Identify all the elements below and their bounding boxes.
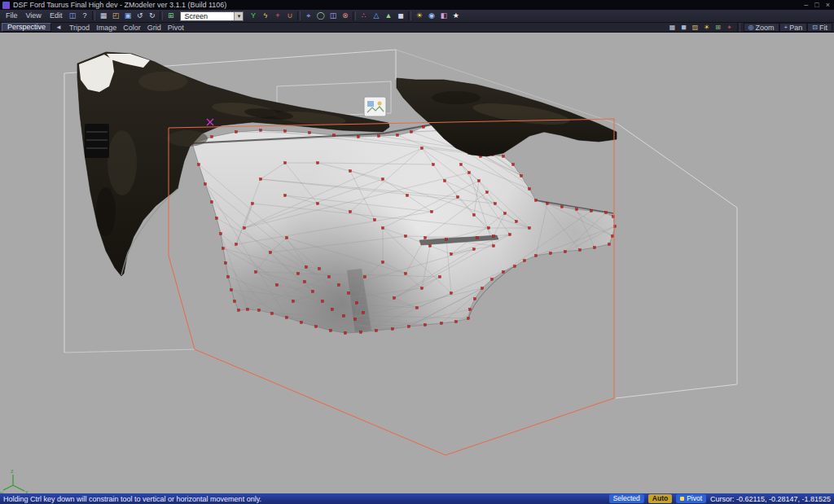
- hierarchy-icon[interactable]: Y: [247, 11, 259, 21]
- tripod-z-label: z: [11, 468, 14, 474]
- panel-layout-icon[interactable]: ◫: [66, 11, 78, 21]
- titlebar: DSF Ford Taurus Final High dev - ZModele…: [0, 0, 834, 10]
- toolbar-separator: [737, 23, 740, 32]
- close-button[interactable]: ×: [826, 1, 830, 9]
- menu-item[interactable]: Edit: [46, 10, 67, 22]
- faces-mode-icon[interactable]: ▲: [382, 11, 394, 21]
- render-icon[interactable]: ★: [450, 11, 462, 21]
- toolbar-separator: [92, 11, 95, 20]
- shaded-view-icon[interactable]: ◼: [678, 23, 690, 32]
- view-mode-button[interactable]: Perspective: [2, 23, 51, 32]
- camera-icon[interactable]: ◉: [425, 11, 437, 21]
- nav-buttons: ◎Zoom+Pan⊡Fit: [744, 23, 832, 32]
- viewbar-right-icons: ▦◼▨☀⊞⌖: [667, 23, 742, 32]
- save-file-icon[interactable]: ▣: [121, 11, 134, 21]
- texture-placeholder-icon: [364, 97, 386, 116]
- mirror-icon[interactable]: ◫: [327, 11, 339, 21]
- viewport-canvas[interactable]: z x y: [0, 33, 834, 493]
- vertices-mode-icon[interactable]: ∴: [358, 11, 370, 21]
- open-file-icon[interactable]: ◰: [109, 11, 121, 21]
- tripod-y-label: y: [0, 490, 3, 493]
- pivot-icon: [680, 497, 684, 501]
- toolbar-separator: [353, 11, 356, 20]
- cursor-readout: Cursor: -0.62115, -0.28147, -1.81525: [710, 495, 831, 503]
- toolbar-separator: [297, 11, 301, 20]
- viewbar-item[interactable]: Tripod: [66, 24, 93, 32]
- pan-button[interactable]: +Pan: [779, 23, 808, 32]
- tripod-x-label: x: [25, 489, 29, 493]
- viewport-bar: Perspective ◄ TripodImageColorGridPivot …: [0, 23, 834, 33]
- grid-toggle-icon[interactable]: ⊞: [713, 23, 724, 32]
- textured-view-icon[interactable]: ▨: [690, 23, 701, 32]
- viewbar-item[interactable]: Color: [120, 24, 144, 32]
- wireframe-view-icon[interactable]: ▦: [667, 23, 678, 32]
- gizmo-icon[interactable]: +: [271, 11, 283, 21]
- zmodeler-window: DSF Ford Taurus Final High dev - ZModele…: [0, 0, 834, 504]
- minimize-button[interactable]: –: [804, 1, 808, 9]
- window-title: DSF Ford Taurus Final High dev - ZModele…: [13, 0, 801, 10]
- magnet-icon[interactable]: ∪: [283, 11, 296, 21]
- undo-icon[interactable]: ↺: [134, 11, 146, 21]
- status-hint: Holding Ctrl key down will constrain too…: [3, 495, 605, 503]
- objects-mode-icon[interactable]: ◼: [394, 11, 406, 21]
- edges-mode-icon[interactable]: △: [370, 11, 382, 21]
- menu-item[interactable]: View: [22, 10, 46, 22]
- app-icon: [2, 2, 10, 9]
- menu-item[interactable]: File: [2, 10, 22, 22]
- grid-settings-icon[interactable]: ⊞: [165, 11, 177, 21]
- fit-button[interactable]: ⊡Fit: [807, 23, 832, 32]
- help-icon[interactable]: ?: [78, 11, 90, 21]
- toolbar-icons-left: ◫?▦◰▣↺↻⊞: [66, 11, 177, 21]
- selected-mode-badge[interactable]: Selected: [609, 494, 644, 503]
- collapse-arrow-icon[interactable]: ◄: [53, 24, 64, 31]
- new-scene-icon[interactable]: ▦: [97, 11, 109, 21]
- world-axes-icon[interactable]: ◯: [314, 11, 327, 21]
- maximize-button[interactable]: □: [814, 1, 819, 9]
- light-icon[interactable]: ☀: [413, 11, 425, 21]
- lightning-icon[interactable]: ϟ: [259, 11, 271, 21]
- headlight-detail: [85, 124, 109, 158]
- toolbar-separator: [160, 11, 163, 20]
- zoom-button[interactable]: ◎Zoom: [744, 23, 779, 32]
- chevron-down-icon[interactable]: ▾: [234, 12, 243, 20]
- pivot-mode-badge[interactable]: Pivot: [676, 494, 706, 503]
- viewbar-item[interactable]: Pivot: [165, 24, 187, 32]
- axes-toggle-icon[interactable]: ⌖: [724, 23, 735, 32]
- redo-icon[interactable]: ↻: [146, 11, 158, 21]
- viewbar-item[interactable]: Image: [93, 24, 120, 32]
- screen-mode-combobox[interactable]: Screen ▾: [180, 11, 244, 21]
- lighting-toggle-icon[interactable]: ☀: [701, 23, 713, 32]
- menubar: FileViewEdit: [2, 10, 66, 22]
- viewport[interactable]: z x y: [0, 33, 834, 493]
- material-icon[interactable]: ◧: [437, 11, 450, 21]
- toolbar-separator: [408, 11, 411, 20]
- weld-icon[interactable]: ⊗: [339, 11, 351, 21]
- viewbar-item[interactable]: Grid: [144, 24, 165, 32]
- statusbar: Holding Ctrl key down will constrain too…: [0, 493, 834, 504]
- auto-mode-badge[interactable]: Auto: [648, 494, 672, 503]
- main-toolbar: FileViewEdit ◫?▦◰▣↺↻⊞ Screen ▾ Yϟ+∪⌖◯◫⊗∴…: [0, 10, 834, 23]
- local-axes-icon[interactable]: ⌖: [302, 11, 314, 21]
- toolbar-icons-right: Yϟ+∪⌖◯◫⊗∴△▲◼☀◉◧★: [247, 11, 462, 21]
- viewbar-items: TripodImageColorGridPivot: [66, 24, 187, 32]
- combobox-value: Screen: [184, 12, 208, 20]
